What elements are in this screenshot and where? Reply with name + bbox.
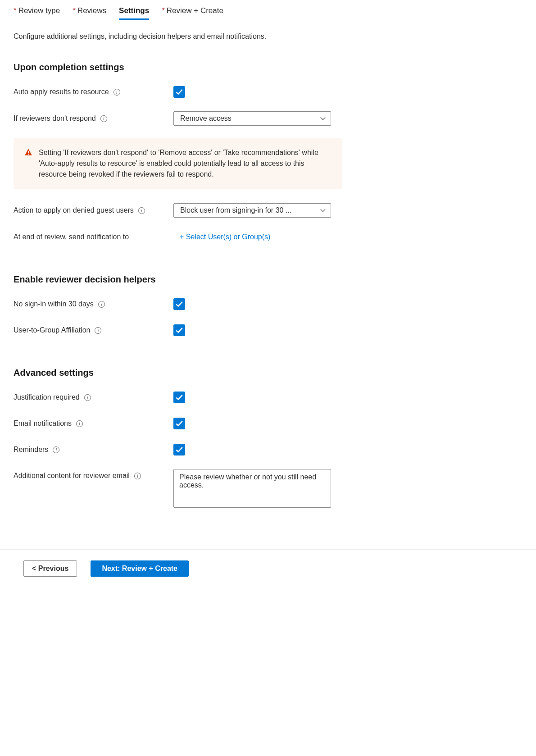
label-notify: At end of review, send notification to: [14, 233, 129, 241]
dropdown-no-respond[interactable]: Remove access: [173, 111, 331, 126]
warning-text: Setting 'If reviewers don't respond' to …: [39, 147, 332, 180]
svg-rect-0: [28, 151, 29, 153]
info-icon[interactable]: i: [114, 89, 120, 96]
svg-rect-1: [28, 154, 29, 155]
chevron-down-icon: [320, 115, 326, 122]
info-icon[interactable]: i: [98, 301, 105, 308]
row-notify: At end of review, send notification to +…: [14, 230, 522, 244]
check-icon: [175, 326, 183, 334]
info-icon[interactable]: i: [138, 207, 145, 214]
checkbox-auto-apply[interactable]: [173, 86, 185, 98]
required-asterisk: *: [73, 6, 76, 15]
checkbox-no-signin[interactable]: [173, 298, 185, 310]
label-affiliation: User-to-Group Affiliation: [14, 326, 90, 334]
row-justification: Justification required i: [14, 391, 522, 404]
info-icon[interactable]: i: [100, 115, 107, 122]
info-icon[interactable]: i: [134, 473, 141, 479]
tab-label: Review type: [18, 6, 60, 15]
checkbox-affiliation[interactable]: [173, 324, 185, 336]
chevron-down-icon: [320, 207, 326, 214]
section-title-completion: Upon completion settings: [14, 62, 522, 73]
textarea-additional-content[interactable]: [173, 469, 331, 508]
previous-button[interactable]: < Previous: [23, 560, 77, 577]
page-description: Configure additional settings, including…: [14, 32, 522, 41]
section-title-advanced: Advanced settings: [14, 368, 522, 378]
check-icon: [175, 300, 183, 308]
tab-settings[interactable]: Settings: [119, 6, 149, 20]
row-affiliation: User-to-Group Affiliation i: [14, 323, 522, 337]
row-denied-guest: Action to apply on denied guest users i …: [14, 203, 522, 218]
required-asterisk: *: [162, 6, 165, 15]
dropdown-denied-guest[interactable]: Block user from signing-in for 30 ...: [173, 203, 331, 218]
required-asterisk: *: [14, 6, 17, 15]
info-icon[interactable]: i: [76, 420, 83, 427]
label-email-notif: Email notifications: [14, 419, 72, 428]
label-denied-guest: Action to apply on denied guest users: [14, 206, 134, 214]
label-reminders: Reminders: [14, 446, 48, 454]
info-icon[interactable]: i: [84, 394, 91, 401]
check-icon: [175, 88, 183, 96]
tab-review-create[interactable]: * Review + Create: [162, 6, 223, 20]
row-no-signin: No sign-in within 30 days i: [14, 297, 522, 311]
warning-callout: Setting 'If reviewers don't respond' to …: [14, 138, 342, 189]
checkbox-reminders[interactable]: [173, 444, 185, 455]
row-no-respond: If reviewers don't respond i Remove acce…: [14, 111, 522, 126]
row-auto-apply: Auto apply results to resource i: [14, 85, 522, 99]
check-icon: [175, 393, 183, 401]
next-button[interactable]: Next: Review + Create: [91, 560, 189, 577]
check-icon: [175, 419, 183, 428]
dropdown-value: Remove access: [180, 114, 232, 123]
tab-strip: * Review type * Reviews Settings * Revie…: [14, 0, 522, 20]
info-icon[interactable]: i: [53, 446, 59, 453]
row-additional-content: Additional content for reviewer email i: [14, 469, 522, 510]
warning-icon: [24, 148, 32, 180]
tab-reviews[interactable]: * Reviews: [73, 6, 106, 20]
select-users-link[interactable]: + Select User(s) or Group(s): [173, 233, 270, 241]
label-auto-apply: Auto apply results to resource: [14, 88, 109, 96]
label-justification: Justification required: [14, 393, 80, 401]
footer-actions: < Previous Next: Review + Create: [0, 549, 536, 586]
check-icon: [175, 446, 183, 454]
info-icon[interactable]: i: [95, 327, 101, 334]
label-no-respond: If reviewers don't respond: [14, 114, 96, 123]
checkbox-justification[interactable]: [173, 392, 185, 403]
tab-label: Settings: [119, 6, 149, 15]
tab-label: Reviews: [77, 6, 106, 15]
row-email-notif: Email notifications i: [14, 417, 522, 430]
row-reminders: Reminders i: [14, 443, 522, 456]
label-additional-content: Additional content for reviewer email: [14, 472, 130, 480]
dropdown-value: Block user from signing-in for 30 ...: [180, 206, 291, 214]
tab-review-type[interactable]: * Review type: [14, 6, 60, 20]
checkbox-email-notif[interactable]: [173, 418, 185, 429]
label-no-signin: No sign-in within 30 days: [14, 300, 94, 308]
tab-label: Review + Create: [167, 6, 223, 15]
section-title-helpers: Enable reviewer decision helpers: [14, 274, 522, 285]
